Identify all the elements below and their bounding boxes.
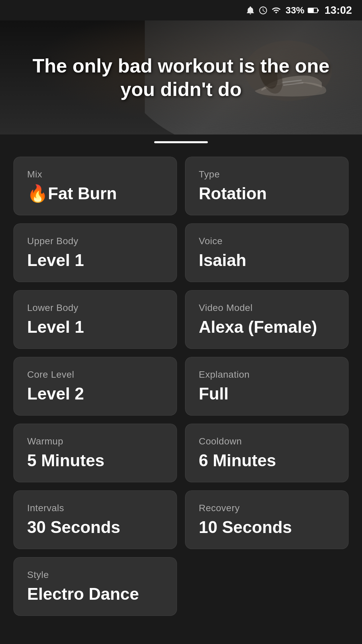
card-label-cooldown: Cooldown xyxy=(199,436,335,447)
card-upper-body[interactable]: Upper BodyLevel 1 xyxy=(13,223,177,282)
card-core-level[interactable]: Core LevelLevel 2 xyxy=(13,357,177,416)
card-video-model[interactable]: Video ModelAlexa (Female) xyxy=(185,290,349,349)
scroll-bar xyxy=(154,141,208,143)
hero-section: The only bad workout is the one you didn… xyxy=(0,20,362,135)
hero-quote: The only bad workout is the one you didn… xyxy=(0,54,362,101)
svg-rect-2 xyxy=(318,9,319,11)
card-label-core-level: Core Level xyxy=(27,369,163,380)
scroll-indicator xyxy=(0,135,362,150)
card-intervals[interactable]: Intervals30 Seconds xyxy=(13,490,177,549)
card-label-warmup: Warmup xyxy=(27,436,163,447)
card-type[interactable]: TypeRotation xyxy=(185,157,349,215)
card-label-video-model: Video Model xyxy=(199,303,335,313)
card-value-core-level: Level 2 xyxy=(27,385,163,403)
status-icons xyxy=(246,5,282,15)
card-cooldown[interactable]: Cooldown6 Minutes xyxy=(185,424,349,482)
card-value-lower-body: Level 1 xyxy=(27,318,163,336)
card-warmup[interactable]: Warmup5 Minutes xyxy=(13,424,177,482)
svg-rect-1 xyxy=(308,8,314,12)
card-value-recovery: 10 Seconds xyxy=(199,518,335,537)
card-label-type: Type xyxy=(199,169,335,180)
card-style[interactable]: StyleElectro Dance xyxy=(13,557,177,616)
cards-grid: Mix🔥Fat BurnTypeRotationUpper BodyLevel … xyxy=(0,150,362,636)
card-label-recovery: Recovery xyxy=(199,503,335,514)
card-mix[interactable]: Mix🔥Fat Burn xyxy=(13,157,177,215)
time-display: 13:02 xyxy=(324,4,352,16)
card-label-explanation: Explanation xyxy=(199,369,335,380)
card-value-voice: Isaiah xyxy=(199,251,335,270)
card-label-voice: Voice xyxy=(199,236,335,247)
card-label-intervals: Intervals xyxy=(27,503,163,514)
card-label-upper-body: Upper Body xyxy=(27,236,163,247)
card-label-mix: Mix xyxy=(27,169,163,180)
card-value-style: Electro Dance xyxy=(27,585,163,603)
card-value-explanation: Full xyxy=(199,385,335,403)
card-value-mix: 🔥Fat Burn xyxy=(27,184,163,203)
battery-indicator: 33% xyxy=(286,5,304,16)
card-value-type: Rotation xyxy=(199,184,335,203)
card-value-cooldown: 6 Minutes xyxy=(199,451,335,470)
card-value-intervals: 30 Seconds xyxy=(27,518,163,537)
card-value-warmup: 5 Minutes xyxy=(27,451,163,470)
card-value-upper-body: Level 1 xyxy=(27,251,163,270)
battery-icon xyxy=(308,7,319,14)
card-recovery[interactable]: Recovery10 Seconds xyxy=(185,490,349,549)
card-explanation[interactable]: ExplanationFull xyxy=(185,357,349,416)
card-voice[interactable]: VoiceIsaiah xyxy=(185,223,349,282)
card-label-style: Style xyxy=(27,570,163,580)
card-value-video-model: Alexa (Female) xyxy=(199,318,335,336)
card-label-lower-body: Lower Body xyxy=(27,303,163,313)
card-lower-body[interactable]: Lower BodyLevel 1 xyxy=(13,290,177,349)
status-bar: 33% 13:02 xyxy=(0,0,362,20)
